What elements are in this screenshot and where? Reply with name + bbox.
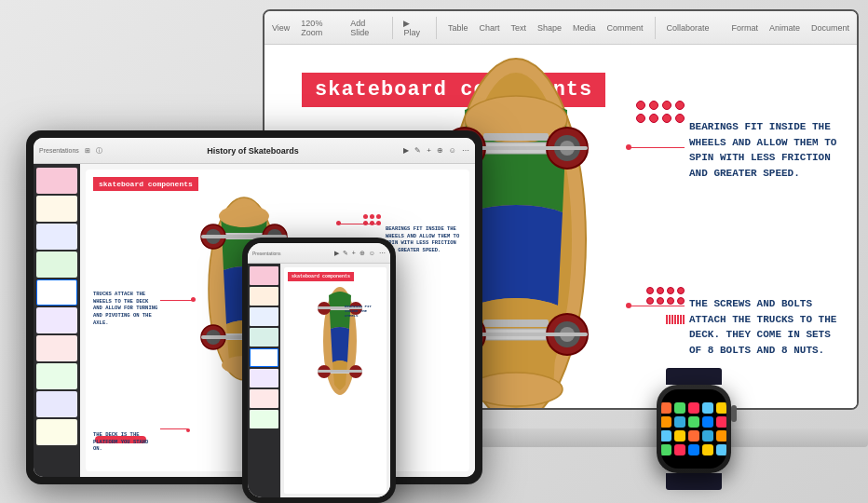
ipad-topbar: Presentations ⊞ ⓘ History of Skateboards… <box>34 138 475 164</box>
watch-strap-bottom <box>666 473 722 490</box>
watch-body <box>657 385 731 473</box>
toolbar-text[interactable]: Text <box>510 23 526 33</box>
iphone-edit[interactable]: ✎ <box>343 250 348 257</box>
toolbar-format[interactable]: Format <box>731 23 758 33</box>
iphone-more[interactable]: ⋯ <box>379 250 386 257</box>
iphone-thumb-6[interactable] <box>250 369 278 387</box>
ipad-view-icon[interactable]: ⊞ <box>85 147 90 155</box>
ipad-thumb-4[interactable] <box>36 252 77 278</box>
iphone-presentations[interactable]: Presentations <box>252 251 281 256</box>
toolbar-shape[interactable]: Shape <box>537 23 562 33</box>
ipad-title: History of Skateboards <box>108 146 398 156</box>
ipad-collab-icon[interactable]: ⊕ <box>437 146 443 155</box>
mac-screws-text: THE SCREWS AND BOLTS ATTACH THE TRUCKS T… <box>689 296 838 358</box>
watch-app-7[interactable] <box>674 416 685 428</box>
watch-app-4[interactable] <box>702 402 713 414</box>
iphone-screen: Presentations ▶ ✎ + ⊕ ☺ ⋯ skateboar <box>248 243 390 497</box>
toolbar-media[interactable]: Media <box>573 23 596 33</box>
apple-watch-device <box>644 368 742 484</box>
watch-app-19[interactable] <box>702 444 713 455</box>
mac-screws-lines <box>666 315 685 324</box>
svg-rect-14 <box>483 319 549 327</box>
ipad-thumb-8[interactable] <box>36 363 77 389</box>
iphone-thumb-2[interactable] <box>250 287 278 306</box>
watch-app-2[interactable] <box>674 402 685 414</box>
toolbar-chart[interactable]: Chart <box>479 23 499 33</box>
watch-app-6[interactable] <box>661 416 671 428</box>
mac-bearings-dots <box>636 101 685 123</box>
watch-app-5[interactable] <box>716 402 726 414</box>
iphone-play[interactable]: ▶ <box>334 250 339 257</box>
iphone-thumb-7[interactable] <box>250 389 278 408</box>
iphone-emoji[interactable]: ☺ <box>369 250 375 256</box>
watch-app-grid <box>661 401 726 457</box>
toolbar-separator <box>392 17 393 39</box>
iphone-thumb-3[interactable] <box>250 307 278 326</box>
toolbar-separator-3 <box>655 17 656 39</box>
watch-app-12[interactable] <box>674 430 685 442</box>
toolbar-view[interactable]: View <box>272 23 290 33</box>
ipad-more-icon[interactable]: ⋯ <box>462 146 469 155</box>
ipad-trucks-text: TRUCKS ATTACH THE WHEELS TO THE DECK AND… <box>93 291 158 326</box>
iphone-main-canvas: skateboard components <box>280 264 390 497</box>
toolbar-collaborate[interactable]: Collaborate <box>666 23 709 33</box>
ipad-pointer-icon[interactable]: ✎ <box>414 146 421 155</box>
watch-app-15[interactable] <box>716 430 726 442</box>
ipad-dot-trucks <box>191 297 196 302</box>
mac-annotation-line-top <box>629 147 685 148</box>
svg-point-23 <box>219 205 269 227</box>
ipad-thumb-2[interactable] <box>36 196 77 222</box>
ipad-thumb-5-active[interactable] <box>36 279 77 306</box>
ipad-thumb-1[interactable] <box>36 168 77 194</box>
watch-strap-top <box>666 368 722 385</box>
toolbar-animate[interactable]: Animate <box>769 23 800 33</box>
watch-app-18[interactable] <box>688 444 699 455</box>
ipad-dot-bearings <box>336 221 341 225</box>
toolbar-document[interactable]: Document <box>811 23 849 33</box>
ipad-thumb-6[interactable] <box>36 307 77 333</box>
watch-app-10[interactable] <box>716 416 726 428</box>
watch-app-8[interactable] <box>688 416 699 428</box>
watch-app-20[interactable] <box>716 444 726 455</box>
watch-screen <box>661 389 726 469</box>
iphone-thumb-5[interactable] <box>250 348 278 367</box>
ipad-emoji-icon[interactable]: ☺ <box>449 146 456 155</box>
iphone-thumb-1[interactable] <box>250 266 278 285</box>
ipad-thumb-10[interactable] <box>36 419 77 445</box>
iphone-thumb-4[interactable] <box>250 328 278 347</box>
ipad-slides-sidebar <box>34 164 80 477</box>
watch-app-16[interactable] <box>661 444 671 455</box>
iphone-slide: skateboard components <box>284 267 387 494</box>
svg-point-3 <box>469 373 563 406</box>
ipad-presentations-label[interactable]: Presentations <box>39 147 79 154</box>
toolbar-play[interactable]: ▶ Play <box>403 19 425 37</box>
watch-app-11[interactable] <box>661 430 671 442</box>
watch-crown[interactable] <box>731 405 737 422</box>
ipad-deck-text: THE DECK IS THE PLATFORM YOU STAND ON. <box>93 431 158 453</box>
ipad-thumb-3[interactable] <box>36 224 77 250</box>
watch-app-1[interactable] <box>661 402 671 414</box>
ipad-info-icon[interactable]: ⓘ <box>96 146 102 156</box>
toolbar-add-slide[interactable]: Add Slide <box>350 19 380 37</box>
ipad-line-deck <box>160 428 188 429</box>
watch-app-9[interactable] <box>702 416 713 428</box>
watch-app-14[interactable] <box>702 430 713 442</box>
iphone-thumb-8[interactable] <box>250 410 278 428</box>
ipad-play-btn[interactable]: ▶ <box>403 146 409 155</box>
ipad-bearings-text: BEARINGS FIT INSIDE THE WHEELS AND ALLOW… <box>386 225 460 254</box>
iphone-bearings-text: BEARINGS FIT INSIDE THE WHEELS <box>345 305 382 319</box>
toolbar-table[interactable]: Table <box>448 23 468 33</box>
watch-app-3[interactable] <box>688 402 699 414</box>
iphone-add[interactable]: + <box>352 250 356 256</box>
iphone-share[interactable]: ⊕ <box>359 250 365 257</box>
toolbar-comment[interactable]: Comment <box>607 23 644 33</box>
ipad-add-icon[interactable]: + <box>427 146 431 155</box>
toolbar-zoom[interactable]: 120% Zoom <box>301 19 339 37</box>
ipad-thumb-7[interactable] <box>36 335 77 361</box>
watch-app-17[interactable] <box>674 444 685 455</box>
toolbar-separator-2 <box>436 17 437 39</box>
iphone-skateboard-svg <box>303 280 377 401</box>
watch-app-13[interactable] <box>688 430 699 442</box>
ipad-line-bearings <box>339 224 376 224</box>
ipad-thumb-9[interactable] <box>36 391 77 417</box>
